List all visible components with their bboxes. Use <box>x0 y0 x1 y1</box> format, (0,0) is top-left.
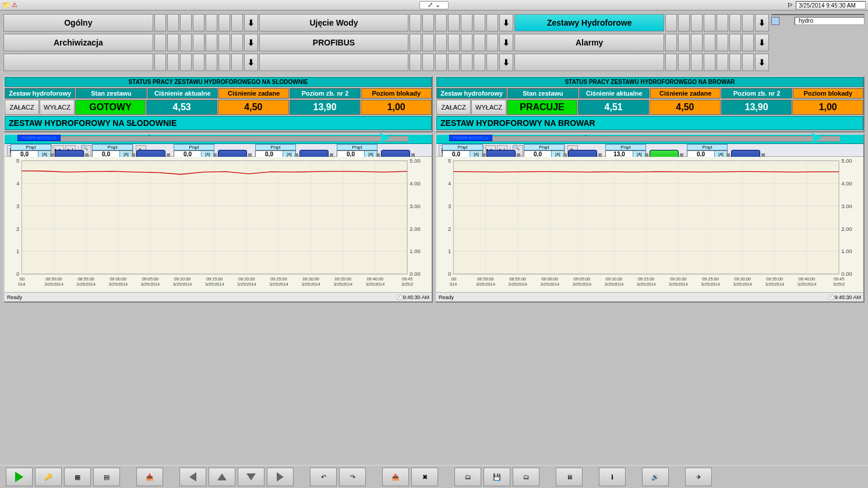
nav-dropdown-icon[interactable]: ⬇ <box>244 54 258 71</box>
toolbar-monitor-button[interactable]: 🖥 <box>556 468 583 486</box>
nav-dropdown-icon[interactable]: ⬇ <box>755 34 769 51</box>
nav-dropdown-icon[interactable]: ⬇ <box>499 54 513 71</box>
nav-pad[interactable] <box>474 34 485 51</box>
nav-pad[interactable] <box>218 54 230 71</box>
nav-pad[interactable] <box>474 14 485 31</box>
nav-pad[interactable] <box>206 14 217 31</box>
nav-1-2[interactable]: Alarmy <box>514 34 664 51</box>
toolbar-key-button[interactable]: 🔑 <box>35 468 62 486</box>
toolbar-up-button[interactable] <box>209 468 235 486</box>
nav-0-0[interactable]: Ogólny <box>3 14 153 31</box>
nav-pad[interactable] <box>218 14 230 31</box>
toolbar-undo-button[interactable]: ↶ <box>310 468 337 486</box>
nav-pad[interactable] <box>231 34 243 51</box>
nav-pad[interactable] <box>704 14 715 31</box>
nav-pad[interactable] <box>180 34 192 51</box>
nav-pad[interactable] <box>180 54 192 71</box>
nav-pad[interactable] <box>410 54 421 71</box>
nav-pad[interactable] <box>167 34 179 51</box>
nav-pad[interactable] <box>461 34 472 51</box>
nav-pad[interactable] <box>678 14 690 31</box>
toolbar-save-button[interactable]: 💾 <box>484 468 510 486</box>
nav-dropdown-icon[interactable]: ⬇ <box>755 54 769 71</box>
nav-pad[interactable] <box>410 34 421 51</box>
toolbar-info-button[interactable]: ℹ <box>599 468 626 486</box>
nav-0-1[interactable]: Ujęcie Wody <box>259 14 409 31</box>
toolbar-sound-button[interactable]: 🔊 <box>642 468 669 486</box>
toolbar-delete-button[interactable]: ✖ <box>411 468 438 486</box>
nav-pad[interactable] <box>180 14 192 31</box>
toolbar-play-button[interactable] <box>6 468 33 486</box>
toolbar-redo-button[interactable]: ↷ <box>339 468 366 486</box>
nav-pad[interactable] <box>742 14 754 31</box>
toolbar-list-button[interactable]: ▤ <box>93 468 120 486</box>
nav-pad[interactable] <box>448 34 460 51</box>
chart-plot[interactable]: 0 1 2 3 4 50.001.002.003.004.005.00 :00 … <box>5 157 432 292</box>
toolbar-wings-button[interactable]: ✈ <box>685 468 712 486</box>
toolbar-stackx-button[interactable]: 🗂 <box>513 468 539 486</box>
nav-1-1[interactable]: PROFIBUS <box>259 34 409 51</box>
nav-pad[interactable] <box>167 54 179 71</box>
nav-pad[interactable] <box>729 14 741 31</box>
nav-pad[interactable] <box>474 54 485 71</box>
nav-pad[interactable] <box>665 14 677 31</box>
nav-pad[interactable] <box>665 34 677 51</box>
nav-pad[interactable] <box>167 14 179 31</box>
nav-pad[interactable] <box>742 54 754 71</box>
nav-pad[interactable] <box>435 34 447 51</box>
nav-1-0[interactable]: Archiwizacja <box>3 34 153 51</box>
nav-pad[interactable] <box>206 34 217 51</box>
toolbar-down-button[interactable] <box>238 468 264 486</box>
nav-pad[interactable] <box>422 54 434 71</box>
toolbar-export-button[interactable]: 📤 <box>382 468 409 486</box>
nav-pad[interactable] <box>742 34 754 51</box>
toolbar-right-button[interactable] <box>267 468 294 486</box>
nav-dropdown-icon[interactable]: ⬇ <box>499 14 513 31</box>
nav-pad[interactable] <box>422 14 434 31</box>
nav-pad[interactable] <box>665 54 677 71</box>
nav-pad[interactable] <box>410 14 421 31</box>
nav-0-2[interactable]: Zestawy Hydroforowe <box>514 14 664 31</box>
mini-icon[interactable] <box>771 17 779 25</box>
nav-pad[interactable] <box>461 54 472 71</box>
nav-pad[interactable] <box>691 34 703 51</box>
nav-dropdown-icon[interactable]: ⬇ <box>499 34 513 51</box>
nav-pad[interactable] <box>154 54 166 71</box>
nav-2-2[interactable] <box>514 54 664 71</box>
nav-pad[interactable] <box>691 14 703 31</box>
nav-pad[interactable] <box>691 54 703 71</box>
toolbar-import-button[interactable]: 📥 <box>136 468 163 486</box>
chart-plot[interactable]: 0 1 2 3 4 50.001.002.003.004.005.00 :00 … <box>436 157 863 292</box>
nav-pad[interactable] <box>231 54 243 71</box>
nav-pad[interactable] <box>193 54 204 71</box>
nav-pad[interactable] <box>678 54 690 71</box>
nav-pad[interactable] <box>704 54 715 71</box>
nav-pad[interactable] <box>678 34 690 51</box>
nav-pad[interactable] <box>448 54 460 71</box>
toolbar-left-button[interactable] <box>179 468 206 486</box>
nav-pad[interactable] <box>717 54 728 71</box>
nav-pad[interactable] <box>154 14 166 31</box>
nav-pad[interactable] <box>729 34 741 51</box>
nav-pad[interactable] <box>717 14 728 31</box>
nav-pad[interactable] <box>704 34 715 51</box>
nav-dropdown-icon[interactable]: ⬇ <box>244 34 258 51</box>
nav-pad[interactable] <box>486 34 498 51</box>
nav-dropdown-icon[interactable]: ⬇ <box>755 14 769 31</box>
nav-pad[interactable] <box>206 54 217 71</box>
nav-pad[interactable] <box>435 54 447 71</box>
nav-pad[interactable] <box>193 14 204 31</box>
nav-pad[interactable] <box>154 34 166 51</box>
nav-pad[interactable] <box>461 14 472 31</box>
nav-pad[interactable] <box>435 14 447 31</box>
btn-on[interactable]: ZAŁACZ <box>5 100 39 115</box>
nav-2-1[interactable] <box>259 54 409 71</box>
nav-pad[interactable] <box>729 54 741 71</box>
nav-pad[interactable] <box>448 14 460 31</box>
nav-2-0[interactable] <box>3 54 153 71</box>
nav-pad[interactable] <box>717 34 728 51</box>
btn-on[interactable]: ZAŁACZ <box>436 100 471 115</box>
toolbar-grid-button[interactable]: ▦ <box>64 468 91 486</box>
btn-off[interactable]: WYŁACZ <box>40 100 74 115</box>
nav-dropdown-icon[interactable]: ⬇ <box>244 14 258 31</box>
